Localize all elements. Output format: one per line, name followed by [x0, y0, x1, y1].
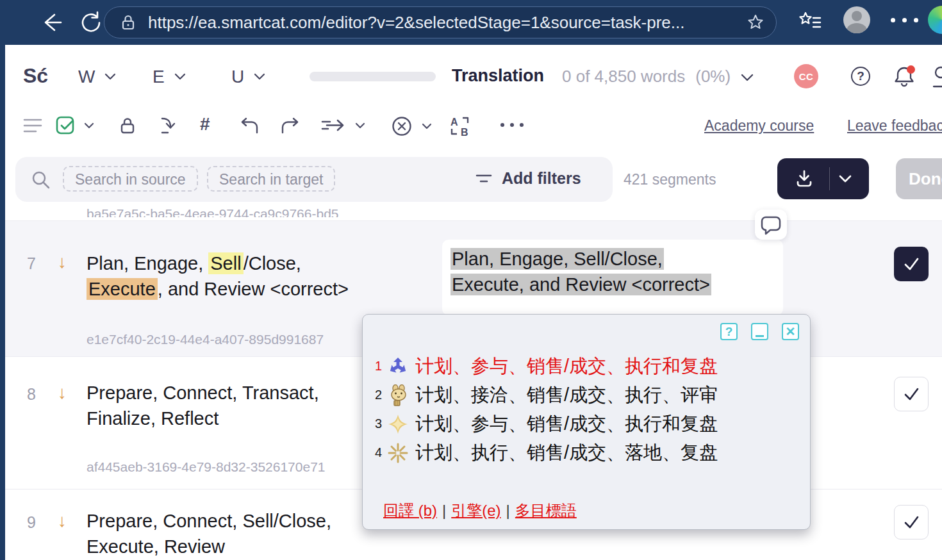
confirm-checkbox-segment-8[interactable]: [894, 377, 929, 411]
add-filters-button[interactable]: Add filters: [502, 169, 581, 188]
leave-feedback-link[interactable]: Leave feedback: [847, 117, 942, 135]
more-options-icon[interactable]: [500, 123, 524, 127]
gold-starburst-engine-icon: [387, 442, 409, 464]
clear-segment-button[interactable]: [391, 115, 432, 137]
academy-course-link[interactable]: Academy course: [704, 117, 814, 135]
percent-complete: (0%): [695, 67, 731, 86]
confirm-segment-button[interactable]: [55, 115, 94, 136]
stage-progress-bar: [310, 72, 436, 81]
browser-menu-dots-icon[interactable]: [891, 18, 918, 22]
lock-segment-icon[interactable]: [117, 115, 138, 136]
highlighted-term-execute: Execute: [87, 278, 158, 300]
bookmark-star-icon[interactable]: [747, 13, 764, 31]
doge-engine-icon: [387, 384, 409, 406]
arrow-right-icon: [320, 117, 346, 135]
confirm-checkbox-segment-7[interactable]: [894, 247, 929, 281]
favorites-list-icon[interactable]: [797, 9, 823, 36]
popup-minimize-button[interactable]: [751, 323, 768, 340]
highlighted-term-sell: Sell: [208, 252, 243, 274]
segment-direction-arrow-icon: ↓: [58, 383, 67, 403]
segment-direction-arrow-icon: ↓: [58, 252, 67, 272]
window-edge-strip: [0, 45, 5, 560]
help-icon[interactable]: ?: [851, 67, 870, 86]
source-cell[interactable]: Plan, Engage, Sell/Close, Execute, and R…: [87, 251, 412, 302]
browser-back-icon[interactable]: [38, 8, 67, 37]
menu-editor[interactable]: E: [153, 67, 186, 87]
smartcat-logo: Sć: [23, 64, 48, 88]
filter-icon: [475, 172, 492, 186]
segment-id: af445aeb-3169-4e79-8d32-3526170e71: [87, 459, 326, 475]
download-options-chevron-icon[interactable]: [839, 175, 852, 183]
browser-toolbar: https://ea.smartcat.com/editor?v=2&selec…: [0, 0, 942, 45]
machine-translate-icon[interactable]: A B: [449, 115, 472, 138]
sign-in-person-icon[interactable]: [930, 65, 942, 88]
propagate-translation-button[interactable]: [320, 117, 365, 135]
segment-number: 9: [27, 513, 36, 532]
popup-footer-links: 回譯 (b)|引擎(e)|多目標語: [383, 500, 577, 521]
download-icon: [793, 168, 815, 190]
check-icon: [902, 384, 921, 404]
segment-number-icon[interactable]: #: [200, 114, 210, 135]
chevron-down-icon: [84, 122, 94, 129]
button-divider: [829, 167, 830, 190]
notifications-bell-icon[interactable]: [892, 64, 916, 88]
minimize-icon: [756, 335, 764, 337]
browser-refresh-icon[interactable]: [76, 8, 104, 37]
undo-icon[interactable]: [240, 116, 260, 136]
suggestion-row-1[interactable]: 1 计划、参与、销售/成交、执行和复盘: [375, 352, 718, 381]
goto-segment-icon[interactable]: [158, 115, 179, 137]
segment-number: 8: [27, 385, 36, 404]
popup-help-button[interactable]: ?: [720, 323, 738, 340]
svg-text:A: A: [450, 117, 458, 128]
user-avatar[interactable]: CC: [794, 64, 818, 88]
download-button[interactable]: [777, 158, 869, 199]
segment-number: 7: [27, 254, 36, 273]
segment-direction-arrow-icon: ↓: [58, 511, 67, 531]
gold-sparkle-engine-icon: [387, 413, 409, 435]
segment-id: e1e7cf40-2c19-44e4-a407-895d991687: [87, 332, 324, 347]
suggestion-list: 1 计划、参与、销售/成交、执行和复盘 2: [375, 352, 718, 467]
chevron-down-icon: [254, 73, 265, 81]
target-text-selected: Plan, Engage, Sell/Close, Execute, and R…: [450, 246, 774, 297]
chevron-down-icon: [104, 73, 116, 81]
browser-profile-avatar[interactable]: [843, 6, 870, 33]
segment-list-icon[interactable]: [23, 118, 44, 135]
target-cell[interactable]: Plan, Engage, Sell/Close, Execute, and R…: [442, 240, 783, 315]
confirm-check-icon: [55, 115, 76, 136]
confirm-checkbox-segment-9[interactable]: [894, 505, 929, 539]
search-source-input[interactable]: Search in source: [63, 166, 198, 192]
check-icon: [902, 513, 921, 532]
previous-segment-id-clipped: ba5e7a5c-ba5e-4eae-9744-ca9c9766-bd5: [87, 206, 484, 217]
chevron-down-icon: [355, 122, 365, 129]
svg-text:B: B: [461, 127, 468, 138]
word-count-dropdown[interactable]: 0 of 4,850 words (0%): [562, 67, 754, 86]
search-target-input[interactable]: Search in target: [207, 166, 335, 192]
stage-name: Translation: [452, 66, 544, 86]
comment-bubble-button[interactable]: [755, 210, 787, 240]
url-text: https://ea.smartcat.com/editor?v=2&selec…: [148, 13, 738, 33]
https-lock-icon: [119, 13, 138, 32]
chevron-down-icon: [422, 123, 432, 130]
done-button[interactable]: Done: [896, 158, 942, 199]
menu-user[interactable]: U: [231, 67, 265, 87]
chevron-down-icon: [174, 73, 186, 81]
menu-workspace[interactable]: W: [78, 67, 116, 87]
suggestion-row-3[interactable]: 3 计划、参与、销售/成交、执行和复盘: [375, 409, 718, 438]
engines-link[interactable]: 引擎(e): [451, 502, 500, 519]
circle-x-icon: [391, 115, 413, 137]
smartcat-editor-window: https://ea.smartcat.com/editor?v=2&selec…: [0, 0, 942, 560]
address-bar[interactable]: https://ea.smartcat.com/editor?v=2&selec…: [104, 6, 777, 38]
search-icon: [31, 170, 51, 190]
redo-icon[interactable]: [279, 116, 300, 136]
segments-count: 421 segments: [624, 171, 716, 188]
back-translate-link[interactable]: 回譯 (b): [383, 502, 437, 519]
translation-popup: ? ✕ 1 计划、参与、销售/成交、执行和复盘 2: [362, 314, 811, 530]
chevron-down-icon: [741, 74, 754, 82]
popup-close-button[interactable]: ✕: [782, 323, 799, 340]
suggestion-row-2[interactable]: 2 计划、接洽、销售/成交、执行、评审: [375, 381, 718, 409]
suggestion-row-4[interactable]: 4 计划、执行、销售/成交、落地、复盘: [375, 438, 718, 467]
multi-target-link[interactable]: 多目標語: [515, 502, 577, 519]
blue-pinwheel-engine-icon: [387, 356, 409, 377]
browser-logo-icon[interactable]: [928, 6, 942, 34]
comment-icon: [760, 215, 782, 235]
